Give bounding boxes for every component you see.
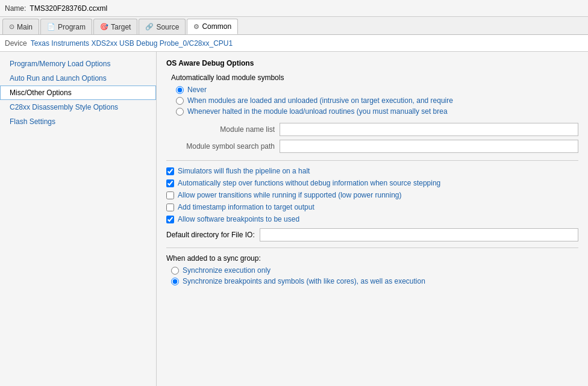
checkbox-flush-pipeline[interactable]: Simulators will flush the pipeline on a … xyxy=(166,167,578,175)
radio-never[interactable]: Never xyxy=(176,86,578,94)
os-aware-title: OS Aware Debug Options xyxy=(166,59,578,67)
tab-program[interactable]: 📄 Program xyxy=(40,19,92,34)
common-icon: ⚙ xyxy=(193,23,199,31)
sidebar-item-auto-run[interactable]: Auto Run and Launch Options xyxy=(0,71,156,86)
sidebar-item-c28xx-disassembly[interactable]: C28xx Disassembly Style Options xyxy=(0,100,156,114)
module-symbol-label: Module symbol search path xyxy=(166,142,275,151)
divider-2 xyxy=(166,247,578,248)
tab-common-label: Common xyxy=(202,22,231,31)
title-label: Name: xyxy=(5,4,26,13)
auto-load-radio-group: Never When modules are loaded and unload… xyxy=(176,86,578,116)
checkbox-flush-pipeline-input[interactable] xyxy=(166,167,174,175)
radio-whenever-halted[interactable]: Whenever halted in the module load/unloa… xyxy=(176,107,578,116)
checkbox-software-breakpoints[interactable]: Allow software breakpoints to be used xyxy=(166,215,578,223)
main-icon: ⊙ xyxy=(9,23,14,31)
tab-source-label: Source xyxy=(156,23,179,31)
sync-radio-execution[interactable]: Synchronize execution only xyxy=(171,266,578,275)
radio-when-modules[interactable]: When modules are loaded and unloaded (in… xyxy=(176,96,578,105)
tab-target[interactable]: 🎯 Target xyxy=(93,19,137,34)
module-name-label: Module name list xyxy=(166,125,275,134)
sync-radio-breakpoints[interactable]: Synchronize breakpoints and symbols (wit… xyxy=(171,277,578,285)
checkbox-power-transitions[interactable]: Allow power transitions while running if… xyxy=(166,191,578,199)
divider-1 xyxy=(166,160,578,161)
main-content: Program/Memory Load Options Auto Run and… xyxy=(0,52,588,386)
checkbox-timestamp-input[interactable] xyxy=(166,204,174,211)
title-bar: Name: TMS320F28376D.ccxml xyxy=(0,0,588,17)
tab-source[interactable]: 🔗 Source xyxy=(139,19,186,34)
sync-radio-breakpoints-input[interactable] xyxy=(171,278,179,285)
file-io-input[interactable] xyxy=(260,228,578,241)
file-io-label: Default directory for File IO: xyxy=(166,231,255,239)
radio-when-modules-input[interactable] xyxy=(176,97,184,105)
radio-whenever-halted-input[interactable] xyxy=(176,108,184,116)
title-value: TMS320F28376D.ccxml xyxy=(30,4,107,13)
radio-never-input[interactable] xyxy=(176,86,184,94)
module-name-input[interactable] xyxy=(280,123,578,136)
sidebar-item-misc-other[interactable]: Misc/Other Options xyxy=(0,86,156,100)
auto-load-subsection: Automatically load module symbols Never … xyxy=(171,73,578,116)
module-symbol-row: Module symbol search path xyxy=(166,140,578,153)
tab-common[interactable]: ⚙ Common xyxy=(187,19,238,34)
tabs-bar: ⊙ Main 📄 Program 🎯 Target 🔗 Source ⚙ Com… xyxy=(0,17,588,35)
sidebar-item-program-memory[interactable]: Program/Memory Load Options xyxy=(0,57,156,71)
checkbox-auto-step[interactable]: Automatically step over functions withou… xyxy=(166,179,578,187)
checkbox-auto-step-input[interactable] xyxy=(166,179,174,187)
device-label: Device xyxy=(5,39,27,48)
device-value: Texas Instruments XDS2xx USB Debug Probe… xyxy=(31,39,233,48)
checkbox-software-breakpoints-input[interactable] xyxy=(166,216,174,223)
sync-radio-group: Synchronize execution only Synchronize b… xyxy=(171,266,578,285)
source-icon: 🔗 xyxy=(145,23,154,31)
tab-program-label: Program xyxy=(58,23,86,31)
device-bar: Device Texas Instruments XDS2xx USB Debu… xyxy=(0,35,588,52)
checkbox-group: Simulators will flush the pipeline on a … xyxy=(166,167,578,223)
sidebar: Program/Memory Load Options Auto Run and… xyxy=(0,52,157,386)
file-io-row: Default directory for File IO: xyxy=(166,228,578,241)
checkbox-timestamp[interactable]: Add timestamp information to target outp… xyxy=(166,203,578,211)
module-symbol-input[interactable] xyxy=(280,140,578,153)
content-area: OS Aware Debug Options Automatically loa… xyxy=(157,52,588,386)
sync-group-title: When added to a sync group: xyxy=(166,254,578,263)
form-fields: Module name list Module symbol search pa… xyxy=(166,123,578,153)
tab-main[interactable]: ⊙ Main xyxy=(2,19,39,34)
sync-radio-execution-input[interactable] xyxy=(171,267,179,275)
module-name-row: Module name list xyxy=(166,123,578,136)
program-icon: 📄 xyxy=(47,23,55,31)
auto-load-title: Automatically load module symbols xyxy=(171,73,578,82)
sidebar-item-flash-settings[interactable]: Flash Settings xyxy=(0,114,156,129)
target-icon: 🎯 xyxy=(100,23,108,31)
tab-main-label: Main xyxy=(17,23,33,31)
sync-group: When added to a sync group: Synchronize … xyxy=(166,254,578,285)
tab-target-label: Target xyxy=(111,23,131,31)
checkbox-power-transitions-input[interactable] xyxy=(166,191,174,199)
